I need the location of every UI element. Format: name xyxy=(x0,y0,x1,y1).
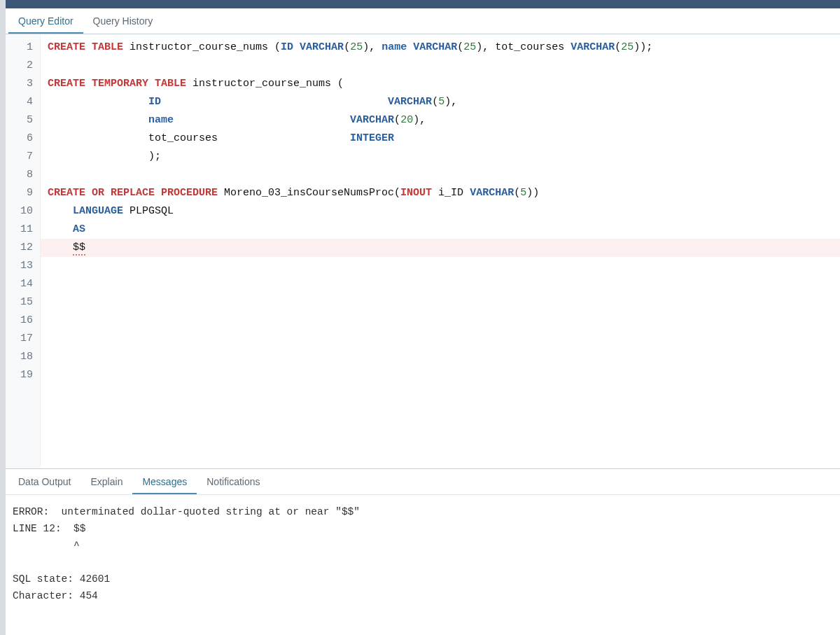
code-token: ( xyxy=(432,96,438,108)
code-line[interactable] xyxy=(41,330,840,348)
code-token: 5 xyxy=(438,96,444,108)
code-token xyxy=(48,96,148,108)
code-token: 25 xyxy=(350,41,363,53)
code-token: VARCHAR xyxy=(350,114,394,126)
editor-tabs: Query Editor Query History xyxy=(6,8,840,34)
code-line[interactable]: $$ xyxy=(41,239,840,257)
code-token: )); xyxy=(634,41,652,53)
code-line[interactable] xyxy=(41,57,840,75)
code-line[interactable]: ); xyxy=(41,148,840,166)
code-token: ); xyxy=(48,151,161,162)
code-token xyxy=(48,114,148,126)
code-line[interactable]: tot_courses INTEGER xyxy=(41,130,840,148)
tab-query-history[interactable]: Query History xyxy=(83,8,163,34)
code-line[interactable] xyxy=(41,257,840,275)
code-token: ( xyxy=(394,114,400,126)
line-number: 1 xyxy=(6,39,40,57)
tab-data-output[interactable]: Data Output xyxy=(8,469,81,494)
tab-notifications[interactable]: Notifications xyxy=(197,469,270,494)
code-token: $$ xyxy=(73,242,85,256)
code-line[interactable]: CREATE TEMPORARY TABLE instructor_course… xyxy=(41,75,840,93)
line-number: 14 xyxy=(6,275,40,293)
line-number: 12 xyxy=(6,239,40,257)
code-line[interactable] xyxy=(41,348,840,366)
code-line[interactable] xyxy=(41,293,840,312)
code-token: ID xyxy=(281,41,293,53)
code-token: AS xyxy=(73,223,85,235)
line-number: 15 xyxy=(6,293,40,312)
line-number: 5 xyxy=(6,111,40,130)
code-token: INOUT xyxy=(400,187,432,199)
code-token: PLPGSQL xyxy=(123,205,174,217)
tab-messages[interactable]: Messages xyxy=(132,469,197,494)
code-token: ID xyxy=(148,96,161,108)
code-line[interactable]: LANGUAGE PLPGSQL xyxy=(41,202,840,221)
code-line[interactable]: CREATE OR REPLACE PROCEDURE Moreno_03_in… xyxy=(41,184,840,202)
line-number: 7 xyxy=(6,148,40,166)
code-token: CREATE TEMPORARY TABLE xyxy=(48,78,186,90)
code-token: i_ID xyxy=(432,187,470,199)
line-number: 9 xyxy=(6,184,40,202)
code-token: INTEGER xyxy=(350,132,394,144)
code-token xyxy=(407,41,413,53)
code-token: VARCHAR xyxy=(570,41,615,53)
line-number: 3 xyxy=(6,75,40,93)
code-token: VARCHAR xyxy=(388,96,432,108)
code-token: instructor_course_nums ( xyxy=(186,78,344,90)
line-number: 10 xyxy=(6,202,40,221)
code-token xyxy=(48,205,73,217)
title-bar xyxy=(6,0,840,8)
code-token: )) xyxy=(526,187,539,199)
code-token: ( xyxy=(514,187,520,199)
code-token: ), xyxy=(444,96,457,108)
code-editor[interactable]: 12345678910111213141516171819 CREATE TAB… xyxy=(6,34,840,468)
code-token: LANGUAGE xyxy=(73,205,123,217)
code-token: VARCHAR xyxy=(300,41,344,53)
line-number: 11 xyxy=(6,221,40,239)
code-line[interactable]: CREATE TABLE instructor_course_nums (ID … xyxy=(41,39,840,57)
tab-explain[interactable]: Explain xyxy=(81,469,133,494)
tab-query-editor[interactable]: Query Editor xyxy=(8,8,83,34)
code-line[interactable]: name VARCHAR(20), xyxy=(41,111,840,130)
line-number-gutter: 12345678910111213141516171819 xyxy=(6,34,41,468)
code-line[interactable] xyxy=(41,312,840,330)
line-number: 8 xyxy=(6,166,40,184)
code-token: Moreno_03_insCourseNumsProc( xyxy=(218,187,400,199)
code-token: ( xyxy=(344,41,350,53)
line-number: 2 xyxy=(6,57,40,75)
code-line[interactable] xyxy=(41,166,840,184)
code-token: CREATE OR REPLACE PROCEDURE xyxy=(48,187,218,199)
code-token: CREATE TABLE xyxy=(48,41,123,53)
code-token: VARCHAR xyxy=(413,41,457,53)
line-number: 18 xyxy=(6,348,40,366)
code-token: ( xyxy=(457,41,463,53)
code-token: ), xyxy=(413,114,426,126)
output-tabs: Data Output Explain Messages Notificatio… xyxy=(6,468,840,495)
code-token: name xyxy=(382,41,407,53)
code-content[interactable]: CREATE TABLE instructor_course_nums (ID … xyxy=(41,34,840,468)
code-token: 20 xyxy=(400,114,413,126)
code-token: name xyxy=(148,114,174,126)
code-token: tot_courses xyxy=(48,132,350,144)
code-token: ( xyxy=(615,41,621,53)
code-line[interactable] xyxy=(41,366,840,384)
code-token xyxy=(48,223,73,235)
code-token: ), xyxy=(363,41,382,53)
code-token xyxy=(161,96,388,108)
line-number: 19 xyxy=(6,366,40,384)
code-line[interactable] xyxy=(41,275,840,293)
code-token: instructor_course_nums ( xyxy=(123,41,281,53)
line-number: 13 xyxy=(6,257,40,275)
line-number: 6 xyxy=(6,130,40,148)
code-token xyxy=(293,41,300,53)
code-token: 25 xyxy=(621,41,634,53)
code-token: ), tot_courses xyxy=(476,41,570,53)
code-token: VARCHAR xyxy=(470,187,514,199)
code-line[interactable]: AS xyxy=(41,221,840,239)
line-number: 16 xyxy=(6,312,40,330)
code-token xyxy=(48,242,73,253)
code-line[interactable]: ID VARCHAR(5), xyxy=(41,93,840,111)
line-number: 17 xyxy=(6,330,40,348)
line-number: 4 xyxy=(6,93,40,111)
code-token: 25 xyxy=(463,41,476,53)
